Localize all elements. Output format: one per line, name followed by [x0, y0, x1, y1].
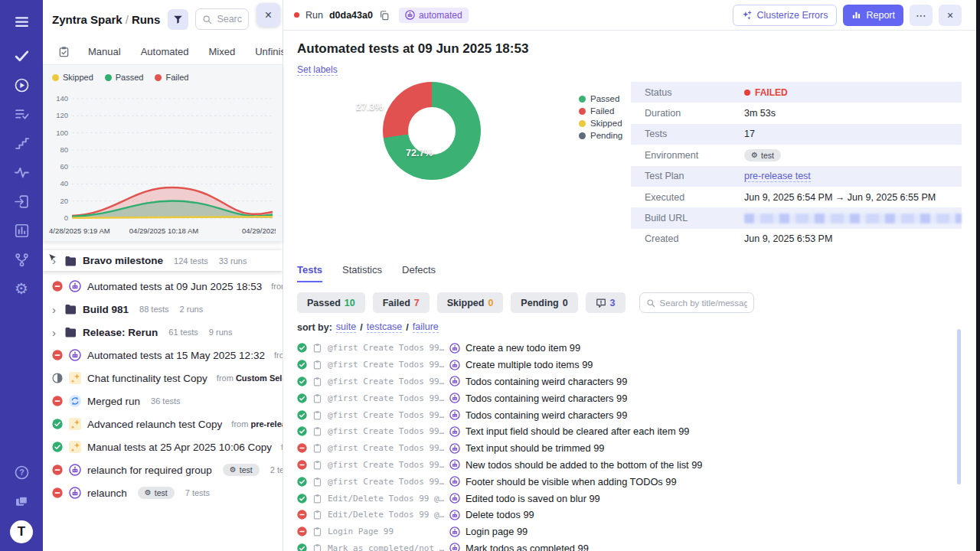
test-title[interactable]: Footer should be visible when adding TOD… [466, 476, 677, 487]
test-row[interactable]: @first Create Todos 99… Create multiple … [297, 357, 962, 373]
suite-name[interactable]: Mark as completed/not … [328, 543, 444, 551]
legend-skipped[interactable]: Skipped [52, 73, 93, 82]
sort-by-suite[interactable]: suite [336, 321, 356, 333]
legend-failed[interactable]: Failed [155, 73, 188, 82]
suite-name[interactable]: @first Create Todos 99… [328, 377, 444, 386]
test-row[interactable]: @first Create Todos 99… Todos containing… [297, 390, 962, 406]
list-check-icon[interactable] [0, 99, 43, 129]
test-title[interactable]: Todos containing weird characters 99 [466, 376, 627, 387]
tests-search-input[interactable] [660, 298, 747, 308]
runs-check-icon[interactable] [0, 41, 43, 70]
chevron-right-icon[interactable]: › [52, 327, 58, 338]
chip-pending[interactable]: Pending0 [511, 292, 577, 313]
test-plan-link[interactable]: pre-release test [744, 171, 811, 182]
tab-manual[interactable]: Manual [88, 46, 121, 57]
run-row[interactable]: Manual tests at 25 Apr 2025 10:06 Copy f… [43, 435, 283, 458]
tests-search[interactable] [639, 292, 754, 313]
report-button[interactable]: Report [843, 5, 903, 26]
test-row[interactable]: @first Create Todos 99… Todos containing… [297, 406, 962, 423]
test-title[interactable]: Login page 99 [466, 526, 528, 537]
suite-name[interactable]: Login Page 99 [328, 527, 444, 536]
run-name[interactable]: Chat functinality test Copy [87, 373, 207, 384]
test-title[interactable]: Text input should be trimmed 99 [466, 442, 604, 454]
tests-scrollbar-thumb[interactable] [957, 329, 961, 484]
run-name[interactable]: Bravo milestone [83, 255, 163, 266]
test-row[interactable]: Edit/Delete Todos 99 @… Delete todos 99 [297, 507, 962, 523]
test-title[interactable]: Text input field should be cleared after… [466, 425, 689, 437]
projects-icon[interactable] [0, 487, 43, 516]
more-actions-button[interactable]: ⋯ [910, 5, 933, 26]
run-row[interactable]: relaunch for required group ⚙test 2 test… [43, 458, 283, 481]
test-row[interactable]: @first Create Todos 99… Text input shoul… [297, 440, 962, 457]
suite-name[interactable]: @first Create Todos 99… [328, 393, 444, 403]
filter-button[interactable] [168, 9, 188, 30]
set-labels-link[interactable]: Set labels [297, 64, 338, 76]
branch-icon[interactable] [0, 245, 43, 274]
run-name[interactable]: Automated tests at 09 Jun 2025 18:53 [87, 281, 262, 292]
runs-search[interactable] [195, 8, 249, 30]
run-row[interactable]: Automated tests at 15 May 2025 12:32 fro… [43, 344, 283, 367]
tab-tests[interactable]: Tests [297, 264, 322, 282]
test-row[interactable]: @first Create Todos 99… New todos should… [297, 457, 962, 474]
panel-close-button[interactable]: × [256, 3, 280, 27]
test-title[interactable]: Mark todos as completed 99 [466, 543, 589, 551]
run-name[interactable]: Automated tests at 15 May 2025 12:32 [87, 350, 265, 361]
legend-pending[interactable]: Pending [579, 129, 622, 142]
legend-failed[interactable]: Failed [579, 105, 622, 117]
tab-statistics[interactable]: Statistics [342, 264, 382, 282]
play-circle-icon[interactable] [0, 70, 43, 99]
runs-search-input[interactable] [217, 14, 242, 24]
test-title[interactable]: Create multiple todo items 99 [466, 359, 593, 370]
close-run-button[interactable]: × [939, 5, 962, 26]
copy-run-id-icon[interactable] [379, 10, 390, 21]
run-name[interactable]: Merged run [87, 396, 140, 407]
project-name[interactable]: Zyntra Spark [52, 13, 122, 26]
import-icon[interactable] [0, 187, 43, 216]
run-name[interactable]: relaunch [87, 487, 127, 499]
suite-name[interactable]: @first Create Todos 99… [328, 410, 444, 420]
suite-name[interactable]: Edit/Delete Todos 99 @… [328, 510, 444, 520]
run-row[interactable]: Advanced relaunch test Copy from pre-rel… [43, 412, 283, 435]
app-logo[interactable]: T [10, 520, 33, 543]
chip-passed[interactable]: Passed10 [297, 292, 365, 313]
steps-icon[interactable] [0, 129, 43, 158]
suite-name[interactable]: @first Create Todos 99… [328, 443, 444, 453]
test-title[interactable]: New todos should be added to the bottom … [466, 459, 702, 471]
run-name[interactable]: Build 981 [83, 304, 129, 315]
suite-name[interactable]: @first Create Todos 99… [328, 360, 444, 370]
tab-automated[interactable]: Automated [141, 46, 189, 57]
run-row[interactable]: relaunch ⚙test 7 tests [43, 481, 283, 504]
test-title[interactable]: Todos containing weird characters 99 [466, 409, 627, 421]
legend-passed[interactable]: Passed [105, 73, 144, 82]
legend-skipped[interactable]: Skipped [579, 117, 622, 129]
suite-name[interactable]: @first Create Todos 99… [328, 477, 444, 487]
test-row[interactable]: Mark as completed/not … Mark todos as co… [297, 540, 962, 551]
tab-defects[interactable]: Defects [402, 264, 436, 282]
suite-name[interactable]: @first Create Todos 99… [328, 426, 444, 436]
test-row[interactable]: Login Page 99 Login page 99 [297, 523, 962, 540]
suite-name[interactable]: Edit/Delete Todos 99 @… [328, 494, 444, 504]
run-row-folder[interactable]: › Bravo milestone 124 tests 33 runs [43, 250, 283, 271]
select-runs-icon[interactable] [58, 46, 70, 57]
activity-icon[interactable] [0, 158, 43, 187]
legend-passed[interactable]: Passed [579, 93, 622, 105]
menu-icon[interactable] [0, 6, 43, 37]
clusterize-errors-button[interactable]: Clusterize Errors [733, 5, 837, 26]
tab-mixed[interactable]: Mixed [209, 46, 236, 57]
run-row[interactable]: Chat functinality test Copy from Custom … [43, 367, 283, 390]
test-title[interactable]: Edited todo is saved on blur 99 [466, 493, 600, 504]
chevron-right-icon[interactable]: › [52, 304, 58, 315]
chip-comments[interactable]: 3 [586, 292, 626, 313]
chip-skipped[interactable]: Skipped0 [437, 292, 504, 313]
run-name[interactable]: Release: Rerun [83, 327, 158, 338]
suite-name[interactable]: @first Create Todos 99… [328, 343, 444, 353]
sort-by-testcase[interactable]: testcase [367, 321, 403, 333]
test-row[interactable]: Edit/Delete Todos 99 @… Edited todo is s… [297, 490, 962, 507]
run-row-folder[interactable]: › Release: Rerun 61 tests 9 runs [43, 321, 283, 344]
chip-failed[interactable]: Failed7 [373, 292, 430, 313]
test-title[interactable]: Create a new todo item 99 [466, 342, 580, 354]
sort-by-failure[interactable]: failure [413, 321, 439, 333]
test-row[interactable]: @first Create Todos 99… Footer should be… [297, 473, 962, 490]
run-row[interactable]: Merged run 36 tests [43, 390, 283, 412]
suite-name[interactable]: @first Create Todos 99… [328, 460, 444, 470]
